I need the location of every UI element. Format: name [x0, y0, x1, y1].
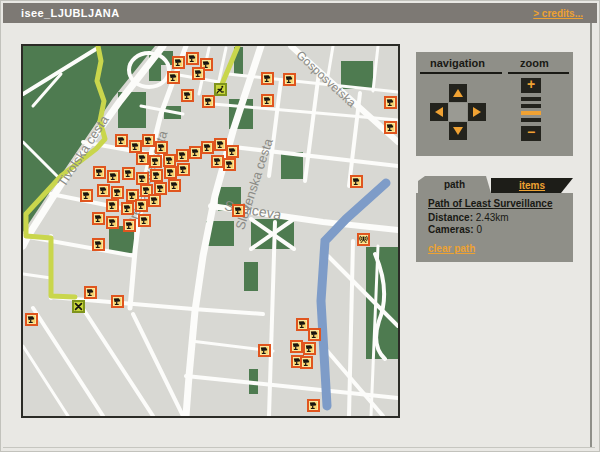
camera-marker[interactable] [25, 313, 38, 326]
camera-marker[interactable] [111, 295, 124, 308]
map-panel[interactable]: Tivolska cestaPresernova cestaSlovenska … [21, 44, 400, 418]
zoom-header: zoom [520, 57, 549, 69]
camera-marker[interactable] [93, 166, 106, 179]
cameras-row: Cameras: 0 [428, 224, 482, 235]
tab-path-label: path [444, 179, 465, 190]
camera-marker[interactable] [149, 155, 162, 168]
camera-marker[interactable] [186, 52, 199, 65]
window-right-edge [590, 23, 592, 447]
camera-marker[interactable] [121, 202, 134, 215]
tab-items-label: items [519, 180, 545, 191]
camera-marker[interactable] [300, 356, 313, 369]
camera-marker[interactable] [384, 121, 397, 134]
camera-marker[interactable] [232, 204, 245, 217]
destination-marker[interactable] [72, 300, 85, 313]
title-bar: isee_LJUBLJANA > credits... [3, 3, 597, 23]
camera-marker[interactable] [92, 238, 105, 251]
camera-marker[interactable] [223, 158, 236, 171]
tab-path[interactable]: path [418, 176, 491, 193]
camera-marker[interactable] [164, 166, 177, 179]
camera-marker[interactable] [172, 56, 185, 69]
camera-marker[interactable] [136, 152, 149, 165]
navigation-header: navigation [430, 57, 485, 69]
zoom-out-button[interactable]: − [521, 126, 541, 141]
camera-marker[interactable] [167, 71, 180, 84]
start-marker[interactable] [214, 83, 227, 96]
zoom-level-bars [521, 94, 541, 125]
camera-marker[interactable] [106, 199, 119, 212]
antenna-marker[interactable] [357, 233, 370, 246]
cameras-label: Cameras: [428, 224, 474, 235]
camera-marker[interactable] [211, 155, 224, 168]
camera-marker[interactable] [350, 175, 363, 188]
camera-marker[interactable] [258, 344, 271, 357]
distance-label: Distance: [428, 212, 473, 223]
camera-marker[interactable] [226, 145, 239, 158]
zoom-level-bar[interactable] [521, 97, 541, 101]
camera-marker[interactable] [150, 169, 163, 182]
navigation-rule [420, 72, 502, 74]
dpad [430, 84, 487, 141]
path-panel: Path of Least Surveillance Distance: 2.4… [416, 193, 573, 262]
camera-marker[interactable] [176, 149, 189, 162]
camera-marker[interactable] [307, 399, 320, 412]
camera-marker[interactable] [142, 134, 155, 147]
app-title: isee_LJUBLJANA [21, 7, 120, 19]
navigation-zoom-panel: navigation zoom + − [416, 52, 573, 156]
camera-marker[interactable] [290, 340, 303, 353]
camera-marker[interactable] [177, 163, 190, 176]
camera-marker[interactable] [138, 214, 151, 227]
arrow-up-icon [453, 89, 463, 97]
zoom-control: + − [520, 77, 542, 142]
camera-marker[interactable] [107, 170, 120, 183]
tab-items[interactable]: items [491, 178, 573, 193]
clear-path-link[interactable]: clear path [428, 243, 475, 254]
zoom-level-bar[interactable] [521, 118, 541, 122]
pan-down-button[interactable] [449, 122, 467, 140]
zoom-rule [508, 72, 569, 74]
map-canvas[interactable]: Tivolska cestaPresernova cestaSlovenska … [23, 46, 398, 416]
camera-marker[interactable] [202, 95, 215, 108]
cameras-value: 0 [476, 224, 482, 235]
dpad-center [449, 103, 467, 121]
camera-marker[interactable] [115, 134, 128, 147]
pan-left-button[interactable] [430, 103, 448, 121]
camera-marker[interactable] [106, 216, 119, 229]
pan-up-button[interactable] [449, 84, 467, 102]
path-heading: Path of Least Surveillance [428, 198, 553, 209]
camera-marker[interactable] [80, 189, 93, 202]
camera-marker[interactable] [192, 67, 205, 80]
path-items-tabs: path items [416, 176, 573, 193]
arrow-left-icon [435, 107, 443, 117]
camera-marker[interactable] [201, 141, 214, 154]
camera-marker[interactable] [111, 186, 124, 199]
camera-marker[interactable] [122, 167, 135, 180]
camera-marker[interactable] [84, 286, 97, 299]
camera-marker[interactable] [155, 141, 168, 154]
credits-link[interactable]: > credits... [533, 8, 583, 19]
camera-marker[interactable] [92, 212, 105, 225]
zoom-level-bar-active[interactable] [521, 111, 541, 115]
camera-marker[interactable] [97, 184, 110, 197]
distance-row: Distance: 2.43km [428, 212, 509, 223]
camera-marker[interactable] [308, 328, 321, 341]
pan-right-button[interactable] [468, 103, 486, 121]
camera-marker[interactable] [123, 219, 136, 232]
camera-marker[interactable] [384, 96, 397, 109]
camera-marker[interactable] [303, 342, 316, 355]
camera-marker[interactable] [135, 199, 148, 212]
zoom-in-button[interactable]: + [521, 78, 541, 93]
arrow-down-icon [453, 127, 463, 135]
camera-marker[interactable] [261, 72, 274, 85]
window-bottom-edge [3, 447, 595, 448]
distance-value: 2.43km [476, 212, 509, 223]
camera-marker[interactable] [168, 179, 181, 192]
camera-marker[interactable] [283, 73, 296, 86]
camera-marker[interactable] [261, 94, 274, 107]
arrow-right-icon [473, 107, 481, 117]
camera-marker[interactable] [181, 89, 194, 102]
camera-marker[interactable] [148, 194, 161, 207]
zoom-level-bar[interactable] [521, 104, 541, 108]
